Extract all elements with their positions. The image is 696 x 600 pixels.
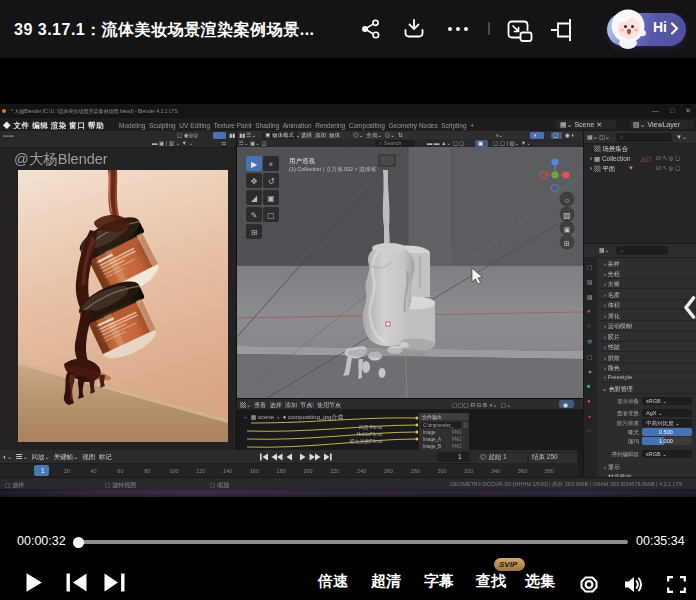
svg-text:硬化画面Filma: 硬化画面Filma bbox=[350, 438, 382, 445]
svg-text:⌖: ⌖ bbox=[269, 160, 274, 169]
svg-text:⊞: ⊞ bbox=[251, 228, 258, 237]
svg-text:▨: ▨ bbox=[563, 211, 571, 220]
svg-text:(1) Collection | 立方体.002 > 流体域: (1) Collection | 立方体.002 > 流体域 bbox=[289, 166, 376, 173]
svg-text:▣: ▣ bbox=[564, 226, 571, 233]
svg-text:◢: ◢ bbox=[251, 194, 258, 203]
svg-text:用户透视: 用户透视 bbox=[289, 157, 316, 165]
svg-text:⊞: ⊞ bbox=[564, 240, 570, 247]
svg-text:▣: ▣ bbox=[267, 194, 275, 203]
svg-text:○: ○ bbox=[565, 196, 570, 205]
svg-text:↺: ↺ bbox=[268, 177, 275, 186]
svg-text:HaldaFilma: HaldaFilma bbox=[357, 431, 383, 437]
svg-text:▶: ▶ bbox=[251, 160, 258, 169]
svg-text:▢: ▢ bbox=[267, 211, 275, 220]
svg-text:✎: ✎ bbox=[251, 211, 258, 220]
svg-text:✥: ✥ bbox=[251, 177, 258, 186]
svg-text:风景 Filma: 风景 Filma bbox=[358, 424, 382, 430]
